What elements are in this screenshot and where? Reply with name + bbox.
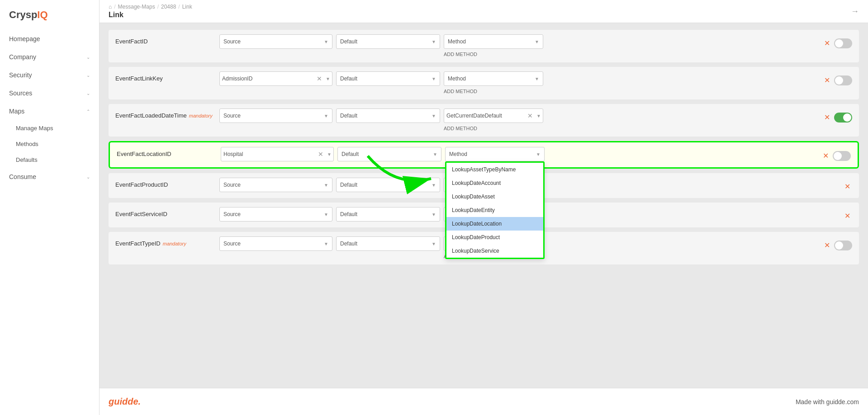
method-col: GetCurrentDateDefault ✕ ▼ ADD METHOD [444,108,543,132]
default-dropdown[interactable]: Default ▼ [336,178,440,192]
row-actions: ✕ [822,34,852,50]
dropdown-arrow-button[interactable]: ▼ [325,152,333,157]
source-select[interactable]: Source [220,237,332,250]
home-icon: ⌂ [109,4,112,10]
delete-button[interactable]: ✕ [821,149,830,163]
source-dropdown[interactable]: Source ▼ [219,178,332,192]
default-select[interactable]: Default [337,109,440,123]
method-dropdown-open: LookupAssetTypeByName LookupDateAccount … [445,161,545,259]
default-select[interactable]: Default [337,237,440,250]
clear-button[interactable]: ✕ [316,151,325,158]
toggle-button[interactable] [834,75,852,85]
default-select[interactable]: Default [338,147,441,161]
sidebar-item-maps[interactable]: Maps ⌃ [0,102,99,120]
default-dropdown[interactable]: Default ▼ [337,147,441,161]
method-select[interactable]: Method [444,72,543,85]
sidebar-item-methods[interactable]: Methods [0,136,99,152]
source-select[interactable]: Source [220,208,332,221]
breadcrumb-link: Link [182,4,192,10]
method-option[interactable]: LookupAssetTypeByName [446,163,543,176]
dropdown-arrow-button[interactable]: ▼ [324,76,332,81]
default-select[interactable]: Default [337,178,440,192]
logout-icon[interactable]: → [851,7,859,16]
default-dropdown[interactable]: Default ▼ [336,108,440,123]
source-dropdown[interactable]: AdmissionID ✕ ▼ [219,71,332,86]
footer-text: Made with guidde.com [796,398,859,406]
default-dropdown[interactable]: Default ▼ [336,236,440,251]
toggle-button[interactable] [834,113,852,123]
mandatory-badge: mandatory [163,241,186,246]
chevron-down-icon: ⌄ [86,91,90,96]
table-row: EventFactLoadedDateTime mandatory Source… [109,104,859,137]
source-select[interactable]: Source [220,178,332,192]
method-option-selected[interactable]: LookupDateLocation [446,217,543,231]
source-select[interactable]: Source [220,35,332,48]
breadcrumb-20488[interactable]: 20488 [161,4,176,10]
method-option[interactable]: LookupDateEntity [446,203,543,217]
delete-button[interactable]: ✕ [822,238,832,252]
source-dropdown[interactable]: Source ▼ [219,236,332,251]
source-value: AdmissionID [220,75,315,82]
row-controls: Source ▼ Default ▼ GetCurrentDateDefault [219,108,818,132]
dropdown-arrow-button[interactable]: ▼ [535,113,543,118]
clear-button[interactable]: ✕ [526,112,535,119]
delete-button[interactable]: ✕ [822,110,832,124]
header-right: → [851,7,859,16]
sidebar-item-defaults[interactable]: Defaults [0,152,99,168]
breadcrumb-message-maps[interactable]: Message-Maps [118,4,155,10]
method-dropdown[interactable]: Method ▼ [444,34,543,49]
delete-button[interactable]: ✕ [843,179,852,193]
source-dropdown[interactable]: Source ▼ [219,108,332,123]
sidebar-item-homepage[interactable]: Homepage [0,30,99,48]
breadcrumb: ⌂ / Message-Maps / 20488 / Link [109,4,192,10]
method-dropdown[interactable]: Method ▼ [444,71,543,86]
source-value: Hospital [221,151,316,157]
method-col: Method ▼ ADD METHOD [444,34,543,58]
sidebar-item-manage-maps[interactable]: Manage Maps [0,120,99,136]
chevron-down-icon: ⌄ [86,174,90,179]
method-select[interactable]: Method [444,35,543,48]
sidebar-nav: Homepage Company ⌄ Security ⌄ Sources ⌄ … [0,30,99,415]
method-option[interactable]: LookupDateService [446,244,543,258]
method-dropdown[interactable]: Method ▼ [445,147,545,161]
source-dropdown[interactable]: Hospital ✕ ▼ [221,147,334,161]
delete-button[interactable]: ✕ [843,209,852,223]
header: ⌂ / Message-Maps / 20488 / Link Link → [100,0,868,23]
add-method-link[interactable]: ADD METHOD [444,51,543,58]
default-dropdown[interactable]: Default ▼ [336,207,440,222]
logo: CryspIQ [0,5,99,30]
method-dropdown[interactable]: GetCurrentDateDefault ✕ ▼ [444,108,543,123]
default-select[interactable]: Default [337,35,440,48]
clear-button[interactable]: ✕ [315,75,324,82]
sidebar-item-consume[interactable]: Consume ⌄ [0,168,99,186]
default-dropdown[interactable]: Default ▼ [336,71,440,86]
method-select[interactable]: Method [446,147,544,161]
sidebar-item-company[interactable]: Company ⌄ [0,48,99,66]
row-label: EventFactLinkKey [115,71,215,82]
footer-logo: guidde. [109,396,141,407]
delete-button[interactable]: ✕ [822,36,832,50]
default-select[interactable]: Default [337,208,440,221]
source-dropdown[interactable]: Source ▼ [219,207,332,222]
delete-button[interactable]: ✕ [822,73,832,87]
add-method-link[interactable]: ADD METHOD [444,88,543,95]
default-dropdown[interactable]: Default ▼ [336,34,440,49]
method-value: GetCurrentDateDefault [444,113,526,119]
sidebar-item-sources[interactable]: Sources ⌄ [0,84,99,102]
default-select[interactable]: Default [337,72,440,85]
sidebar-item-security[interactable]: Security ⌄ [0,66,99,84]
row-label: EventFactTypeID mandatory [115,236,215,247]
method-option[interactable]: LookupDateProduct [446,231,543,244]
toggle-button[interactable] [833,151,851,161]
method-option[interactable]: LookupDateAccount [446,176,543,190]
toggle-button[interactable] [834,38,852,48]
source-select[interactable]: Source [220,109,332,123]
source-dropdown[interactable]: Source ▼ [219,34,332,49]
method-option[interactable]: LookupDateAsset [446,190,543,203]
page-title: Link [109,11,192,19]
row-controls: Source ▼ Default ▼ Method [219,34,818,58]
toggle-button[interactable] [834,241,852,250]
add-method-link[interactable]: ADD METHOD [444,125,543,132]
row-actions: ✕ [821,147,851,163]
row-label: EventFactID [115,34,215,45]
